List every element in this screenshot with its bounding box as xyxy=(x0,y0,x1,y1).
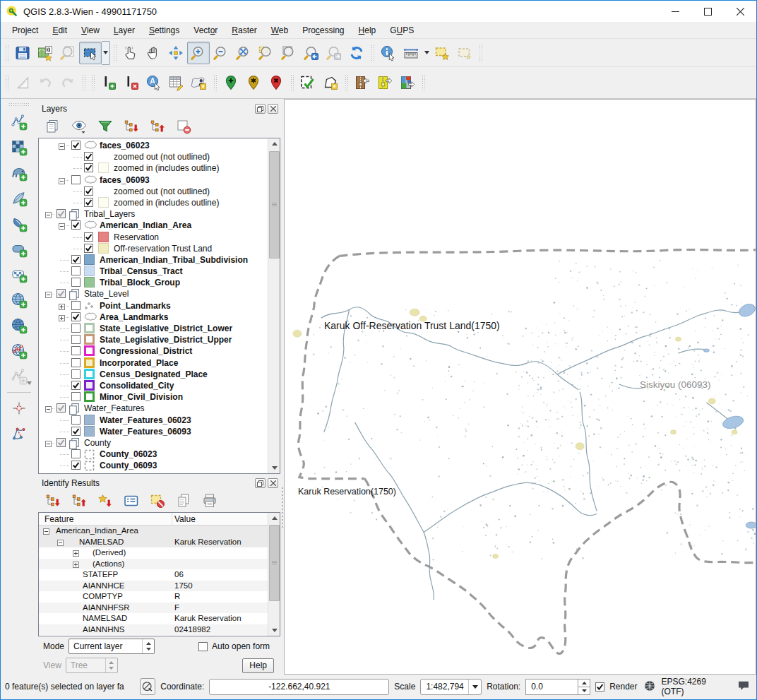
map-notes-button[interactable] xyxy=(188,71,210,94)
render-checkbox[interactable] xyxy=(595,682,604,692)
pan-to-selection-button[interactable] xyxy=(165,42,187,64)
layer-row-county-06093[interactable]: County_06093 xyxy=(39,460,268,471)
expand-icon[interactable] xyxy=(59,314,65,324)
layer-row-minor-civil-division[interactable]: Minor_Civil_Division xyxy=(39,391,268,403)
help-button[interactable]: Help xyxy=(242,658,274,673)
layer-checkbox[interactable] xyxy=(71,449,81,458)
gups-export-button[interactable] xyxy=(374,71,396,94)
add-pin-button[interactable] xyxy=(220,71,242,94)
add-group-button[interactable] xyxy=(43,117,63,136)
layer-checkbox[interactable] xyxy=(84,163,93,172)
new-print-composer-button[interactable] xyxy=(34,42,56,64)
identify-features-button[interactable] xyxy=(377,42,400,64)
layer-checkbox[interactable] xyxy=(71,335,81,344)
add-oracle-layer-button[interactable] xyxy=(7,237,31,262)
toolbar-grip[interactable] xyxy=(8,102,30,107)
scroll-up-icon[interactable] xyxy=(269,138,280,149)
identify-row-aiannhns[interactable]: AIANNHNS02418982 xyxy=(39,624,268,636)
collapse-icon[interactable] xyxy=(45,290,52,300)
layer-checkbox[interactable] xyxy=(56,438,66,447)
zoom-full-button[interactable] xyxy=(232,42,255,64)
menu-view[interactable]: View xyxy=(74,23,107,37)
spin-up-icon[interactable] xyxy=(578,680,590,687)
layer-row-water-features-06093[interactable]: Water_Features_06093 xyxy=(39,426,268,437)
menu-processing[interactable]: Processing xyxy=(295,23,351,37)
zoom-last-button[interactable] xyxy=(300,42,323,64)
layer-row-off-reservation-trust-land[interactable]: Off-reservation Trust Land xyxy=(39,243,268,254)
layer-row-census-designated-place[interactable]: Census_Designated_Place xyxy=(39,369,268,380)
layer-checkbox[interactable] xyxy=(56,403,66,413)
toolbar-grip[interactable] xyxy=(421,73,426,92)
expand-icon[interactable] xyxy=(73,550,79,558)
crs-globe-icon[interactable] xyxy=(643,679,657,695)
layer-row-water-features-06023[interactable]: Water_Features_06023 xyxy=(39,415,268,426)
layer-row-state-level[interactable]: State_Level xyxy=(39,288,268,299)
add-spatialite-layer-button[interactable] xyxy=(7,186,31,211)
toolbar-grip[interactable] xyxy=(478,44,483,62)
scroll-down-icon[interactable] xyxy=(269,625,280,636)
crs-label[interactable]: EPSG:4269 (OTF) xyxy=(662,677,727,696)
layer-row-tribal-census-tract[interactable]: Tribal_Census_Tract xyxy=(39,266,268,277)
measure-line-button[interactable] xyxy=(400,42,422,64)
identify-scrollbar[interactable] xyxy=(268,513,280,636)
filter-legend-button[interactable] xyxy=(95,117,115,136)
save-project-button[interactable] xyxy=(11,42,34,64)
layer-checkbox[interactable] xyxy=(71,255,81,264)
scale-combo[interactable]: 1:482,794 xyxy=(420,679,482,695)
delete-pin-button[interactable] xyxy=(265,71,287,94)
layer-row-state-legislative-district-lower[interactable]: State_Legislative_District_Lower xyxy=(39,323,268,334)
select-rectangle-button[interactable] xyxy=(79,42,102,64)
toolbar-grip[interactable] xyxy=(112,44,117,62)
layer-checkbox[interactable] xyxy=(71,381,81,390)
add-wcs-layer-button[interactable] xyxy=(7,313,31,338)
layer-checkbox[interactable] xyxy=(71,278,81,287)
messages-bubble-icon[interactable] xyxy=(737,680,751,694)
toolbar-grip[interactable] xyxy=(213,73,217,92)
expand-icon[interactable] xyxy=(73,561,79,569)
column-header-feature[interactable]: Feature xyxy=(44,514,73,524)
add-wms-layer-button[interactable] xyxy=(7,287,31,313)
form-view-button[interactable] xyxy=(121,491,141,511)
mode-combo[interactable]: Current layer xyxy=(68,639,155,654)
zoom-in-button[interactable] xyxy=(187,42,210,64)
identify-row-aiannhfsr[interactable]: AIANNHFSRF xyxy=(39,603,268,614)
layer-checkbox[interactable] xyxy=(71,266,81,275)
layer-checkbox[interactable] xyxy=(84,198,93,207)
identify-row-aiannhce[interactable]: AIANNHCE1750 xyxy=(39,581,268,592)
collapse-icon[interactable] xyxy=(45,439,52,449)
identify-row--derived-[interactable]: (Derived) xyxy=(39,547,268,559)
chevron-down-icon[interactable] xyxy=(422,42,431,64)
layer-checkbox[interactable] xyxy=(71,324,81,333)
minimize-button[interactable] xyxy=(659,1,691,22)
toolbar-grip[interactable] xyxy=(90,73,95,92)
scrollbar-thumb[interactable] xyxy=(269,525,280,601)
zoom-to-selection-button[interactable] xyxy=(255,42,278,64)
identify-row-namelsad[interactable]: NAMELSADKaruk Reservation xyxy=(39,613,268,624)
layer-checkbox[interactable] xyxy=(71,358,81,367)
identify-row-american-indian-area[interactable]: American_Indian_Area xyxy=(39,526,268,537)
refresh-map-button[interactable] xyxy=(345,42,368,64)
menu-project[interactable]: Project xyxy=(5,23,45,37)
toolbar-grip[interactable] xyxy=(344,73,349,92)
collapse-icon[interactable] xyxy=(59,177,65,186)
toolbar-grip[interactable] xyxy=(290,73,294,92)
identify-row-namelsad[interactable]: NAMELSADKaruk Reservation xyxy=(39,537,268,548)
collapse-icon[interactable] xyxy=(45,405,52,415)
expand-icon[interactable] xyxy=(59,302,65,312)
deselect-features-button[interactable] xyxy=(453,42,476,64)
layer-row-faces-06023[interactable]: faces_06023 xyxy=(39,140,268,151)
layer-visibility-button[interactable] xyxy=(69,117,89,136)
layer-checkbox[interactable] xyxy=(84,152,93,161)
select-features-by-area-button[interactable] xyxy=(431,42,453,64)
collapse-results-button[interactable] xyxy=(69,491,89,511)
auto-open-form-checkbox[interactable] xyxy=(198,642,208,651)
layer-row-faces-06093[interactable]: faces_06093 xyxy=(39,174,268,186)
save-edits-add-button[interactable] xyxy=(97,71,120,94)
layer-row-american-indian-area[interactable]: American_Indian_Area xyxy=(39,220,268,231)
layer-checkbox[interactable] xyxy=(71,346,81,355)
layer-checkbox[interactable] xyxy=(84,186,93,196)
menu-vector[interactable]: Vector xyxy=(186,23,225,37)
layer-row-reservation[interactable]: Reservation xyxy=(39,232,268,243)
layer-row-incorporated-place[interactable]: Incorporated_Place xyxy=(39,357,268,369)
layer-row-tribal-block-group[interactable]: Tribal_Block_Group xyxy=(39,277,268,288)
